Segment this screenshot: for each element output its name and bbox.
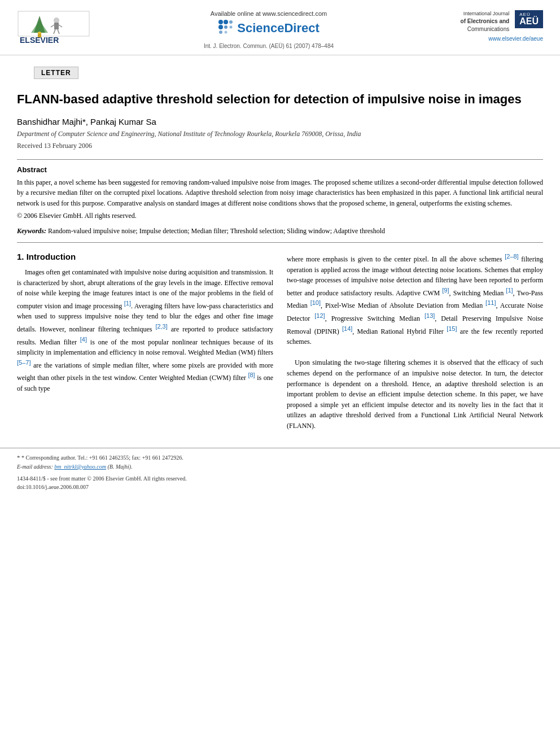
divider-1: [17, 159, 543, 160]
journal-intl: International Journal: [463, 10, 510, 18]
ref-1b: [1]: [506, 287, 513, 294]
page: ELSEVIER Available online at www.science…: [0, 0, 560, 747]
divider-2: [17, 242, 543, 243]
article-title: FLANN-based adaptive threshold selection…: [17, 91, 543, 108]
svg-rect-0: [18, 11, 89, 36]
corresponding-author: * * Corresponding author. Tel.: +91 661 …: [17, 453, 543, 471]
svg-point-19: [225, 31, 228, 34]
svg-point-4: [38, 32, 41, 34]
col-right: where more emphasis is given to the cent…: [287, 252, 543, 431]
journal-logo-area: International Journal of Electronics and…: [430, 10, 543, 42]
doi-line: doi:10.1016/j.aeue.2006.08.007: [17, 483, 543, 491]
svg-line-7: [51, 25, 54, 27]
section1-para1: Images often get contaminated with impul…: [17, 267, 273, 394]
received-date: Received 13 February 2006: [17, 142, 543, 150]
svg-point-5: [54, 18, 59, 23]
keywords-text: Random-valued impulsive noise; Impulse d…: [48, 227, 385, 235]
svg-line-9: [54, 29, 55, 34]
aeu-box: AEÜ AEÜ: [515, 10, 543, 28]
journal-logo: International Journal of Electronics and…: [461, 10, 543, 33]
elsevier-logo-area: ELSEVIER: [17, 10, 107, 49]
authors: Banshidhar Majhi*, Pankaj Kumar Sa: [17, 117, 543, 126]
two-column-body: 1. Introduction Images often get contami…: [17, 252, 543, 431]
sciencedirect-area: Available online at www.sciencedirect.co…: [107, 10, 430, 49]
ref-57: [5–7]: [17, 359, 30, 366]
keywords: Keywords: Random-valued impulsive noise;…: [17, 227, 543, 235]
sd-title: ScienceDirect: [237, 21, 320, 36]
svg-point-15: [218, 25, 223, 29]
abstract-text: In this paper, a novel scheme has been s…: [17, 177, 543, 209]
svg-point-18: [219, 30, 222, 34]
svg-point-14: [229, 20, 233, 24]
elsevier-url[interactable]: www.elsevier.de/aeue: [488, 36, 543, 42]
svg-marker-2: [31, 20, 48, 33]
footnote-left: * * Corresponding author. Tel.: +91 661 …: [17, 453, 543, 491]
abstract-title: Abstract: [17, 165, 543, 174]
journal-line: Int. J. Electron. Commun. (AEÜ) 61 (2007…: [204, 43, 334, 49]
ref-15: [15]: [447, 325, 457, 332]
email-label: E-mail address: bm_nitrkl@yahoo.com (B. …: [17, 464, 133, 470]
ref-1: [1]: [124, 300, 131, 307]
ref-9: [9]: [442, 287, 449, 294]
available-text: Available online at www.sciencedirect.co…: [211, 10, 327, 17]
ref-14: [14]: [342, 325, 352, 332]
affiliation: Department of Computer Science and Engin…: [17, 130, 543, 138]
svg-rect-6: [54, 23, 59, 29]
elsevier-logo: ELSEVIER: [17, 10, 90, 47]
corresponding-text: * Corresponding author. Tel.: +91 661 24…: [21, 455, 183, 461]
section1-title: 1. Introduction: [17, 252, 273, 261]
ref-23: [2,3]: [155, 323, 167, 330]
copyright: © 2006 Elsevier GmbH. All rights reserve…: [17, 211, 543, 221]
ref-4: [4]: [80, 336, 87, 343]
ref-12: [12]: [314, 312, 325, 319]
svg-point-16: [224, 25, 228, 29]
sd-dots-icon: [218, 19, 234, 37]
ref-10: [10]: [310, 299, 321, 306]
keywords-label: Keywords:: [17, 227, 46, 235]
issn-line: 1434-8411/$ - see front matter © 2006 El…: [17, 474, 543, 483]
ref-11: [11]: [485, 299, 496, 306]
ref-8: [8]: [248, 372, 255, 378]
footnote-area: * * Corresponding author. Tel.: +91 661 …: [17, 448, 543, 491]
sciencedirect-logo: ScienceDirect: [218, 19, 320, 37]
abstract-body: In this paper, a novel scheme has been s…: [17, 178, 543, 207]
ref-13: [13]: [425, 312, 435, 319]
email-link[interactable]: bm_nitrkl@yahoo.com: [54, 464, 106, 470]
journal-info: 1434-8411/$ - see front matter © 2006 El…: [17, 474, 543, 491]
svg-text:ELSEVIER: ELSEVIER: [20, 36, 59, 45]
journal-bold2: Communications: [467, 25, 509, 33]
letter-banner: LETTER: [34, 67, 78, 79]
svg-line-10: [58, 29, 59, 34]
svg-point-17: [230, 26, 233, 29]
col-left: 1. Introduction Images often get contami…: [17, 252, 273, 431]
header: ELSEVIER Available online at www.science…: [0, 0, 560, 55]
journal-bold1: of Electronics and: [461, 18, 510, 25]
svg-point-13: [224, 20, 228, 24]
footer-area: * * Corresponding author. Tel.: +91 661 …: [0, 448, 560, 497]
svg-point-12: [218, 20, 223, 24]
svg-line-8: [59, 25, 62, 27]
main-content: FLANN-based adaptive threshold selection…: [0, 91, 560, 431]
section1-right-para1: where more emphasis is given to the cent…: [287, 252, 543, 431]
email-person: (B. Majhi).: [107, 464, 132, 470]
ref-28: [2–8]: [505, 253, 518, 260]
abstract-section: Abstract In this paper, a novel scheme h…: [17, 165, 543, 221]
